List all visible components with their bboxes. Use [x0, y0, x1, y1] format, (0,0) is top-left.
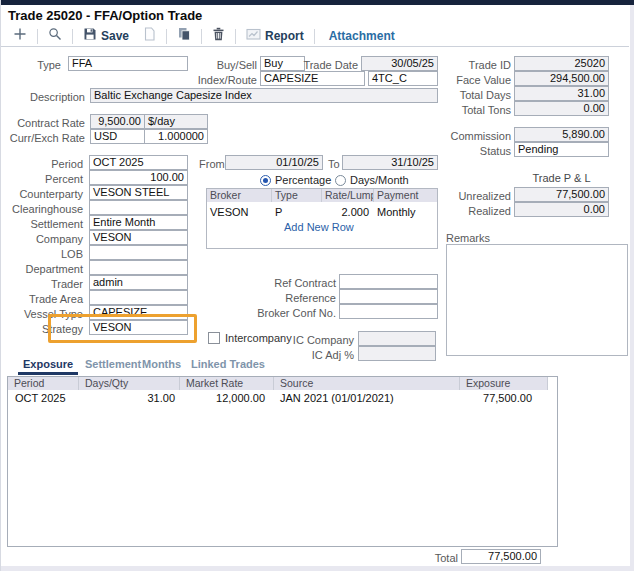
- attachment-button-label: Attachment: [329, 29, 395, 43]
- unrealized-label: Unrealized: [431, 189, 511, 203]
- lob-field[interactable]: [89, 245, 188, 260]
- index-route-field[interactable]: CAPESIZE: [260, 71, 365, 86]
- contract-rate-field[interactable]: 9,500.00: [90, 114, 145, 129]
- copy-button[interactable]: [177, 27, 191, 45]
- new-document-button[interactable]: [143, 27, 156, 45]
- total-label: Total: [411, 551, 458, 565]
- from-field[interactable]: 01/10/25: [225, 155, 323, 170]
- save-button-label: Save: [101, 29, 129, 43]
- exch-rate-field[interactable]: 1.000000: [144, 129, 208, 144]
- status-label: Status: [431, 144, 511, 158]
- type-col-header[interactable]: Type: [272, 189, 322, 202]
- trade-pnl-title: Trade P & L: [514, 172, 609, 185]
- payment-cell: Monthly: [377, 206, 416, 219]
- total-field: 77,500.00: [461, 549, 541, 564]
- attachment-button[interactable]: Attachment: [325, 29, 395, 43]
- rate-lump-col-header[interactable]: Rate/Lump: [322, 189, 374, 202]
- contract-rate-unit-field[interactable]: $/day: [144, 114, 208, 129]
- bottom-edge-strip: [1, 566, 634, 571]
- to-label: To: [328, 157, 342, 171]
- tab-linked-trades[interactable]: Linked Trades: [191, 358, 265, 370]
- trader-field[interactable]: admin: [89, 275, 188, 290]
- broker-conf-no-field[interactable]: [339, 304, 438, 319]
- department-field[interactable]: [89, 260, 188, 275]
- remarks-label: Remarks: [446, 231, 506, 245]
- right-edge-strip: [630, 5, 634, 571]
- period-col-header[interactable]: Period: [8, 377, 79, 390]
- company-field[interactable]: VESON: [89, 230, 188, 245]
- payment-col-header[interactable]: Payment: [374, 189, 437, 202]
- toolbar: Save Report Attachment: [9, 26, 399, 46]
- trader-label: Trader: [1, 277, 83, 291]
- total-tons-label: Total Tons: [431, 103, 511, 117]
- new-button[interactable]: [13, 27, 27, 45]
- add-new-row-link[interactable]: Add New Row: [284, 221, 354, 234]
- report-button[interactable]: Report: [246, 27, 304, 45]
- toolbar-separator: [37, 29, 38, 44]
- save-button[interactable]: Save: [83, 27, 129, 45]
- settlement-field[interactable]: Entire Month: [89, 215, 188, 230]
- toolbar-divider: [1, 46, 629, 47]
- tab-months[interactable]: Months: [142, 358, 181, 370]
- ref-contract-field[interactable]: [339, 274, 438, 289]
- source-cell: JAN 2021 (01/01/2021): [280, 392, 394, 405]
- type-field[interactable]: FFA: [68, 56, 188, 71]
- tab-settlement[interactable]: Settlement: [85, 358, 141, 370]
- trade-area-field[interactable]: [89, 290, 188, 305]
- counterparty-field[interactable]: VESON STEEL: [89, 185, 188, 200]
- realized-label: Realized: [431, 204, 511, 218]
- clearinghouse-field[interactable]: [89, 200, 188, 215]
- trade-date-label: Trade Date: [301, 58, 358, 72]
- trash-icon: [212, 27, 225, 45]
- toolbar-separator: [201, 29, 202, 44]
- to-field[interactable]: 31/10/25: [342, 155, 438, 170]
- total-tons-field: 0.00: [514, 101, 609, 116]
- commission-label: Commission: [431, 129, 511, 143]
- company-label: Company: [1, 232, 83, 246]
- index-route-label: Index/Route: [197, 73, 257, 87]
- percent-label: Percent: [1, 172, 83, 186]
- total-days-field: 31.00: [514, 86, 609, 101]
- ic-company-field[interactable]: [358, 331, 436, 346]
- counterparty-label: Counterparty: [1, 187, 83, 201]
- trade-date-field[interactable]: 30/05/25: [361, 56, 438, 71]
- report-chart-icon: [246, 27, 261, 45]
- intercompany-checkbox[interactable]: [208, 332, 220, 344]
- source-col-header[interactable]: Source: [274, 377, 460, 390]
- broker-table: Broker Type Rate/Lump Payment VESON P 2.…: [206, 188, 438, 249]
- period-field[interactable]: OCT 2025: [89, 155, 188, 170]
- save-icon: [83, 27, 97, 45]
- copy-icon: [177, 27, 191, 45]
- broker-type-cell: P: [275, 206, 282, 219]
- status-field[interactable]: Pending: [514, 142, 609, 157]
- currency-field[interactable]: USD: [90, 129, 145, 144]
- market-rate-col-header[interactable]: Market Rate: [180, 377, 274, 390]
- from-label: From: [199, 157, 227, 171]
- description-field[interactable]: Baltic Exchange Capesize Index: [90, 88, 438, 103]
- route-field[interactable]: 4TC_C: [368, 71, 438, 86]
- delete-button[interactable]: [212, 27, 225, 45]
- tab-exposure[interactable]: Exposure: [23, 358, 73, 370]
- trade-id-label: Trade ID: [431, 58, 511, 72]
- total-days-label: Total Days: [431, 88, 511, 102]
- percentage-radio[interactable]: [260, 175, 271, 186]
- days-qty-col-header[interactable]: Days/Qty: [79, 377, 180, 390]
- buy-sell-field[interactable]: Buy: [260, 56, 305, 71]
- ic-adj-field[interactable]: [358, 346, 436, 361]
- exposure-col-header[interactable]: Exposure: [460, 377, 548, 390]
- ref-contract-label: Ref Contract: [226, 276, 336, 290]
- trade-window: Trade 25020 - FFA/Option Trade Save: [0, 0, 634, 571]
- remarks-textarea[interactable]: [446, 244, 628, 356]
- days-qty-cell: 31.00: [79, 392, 175, 405]
- reference-field[interactable]: [339, 289, 438, 304]
- broker-col-header[interactable]: Broker: [207, 189, 272, 202]
- toolbar-separator: [72, 29, 73, 44]
- percent-field[interactable]: 100.00: [89, 170, 188, 185]
- curr-exch-rate-label: Curr/Exch Rate: [1, 131, 85, 145]
- search-button[interactable]: [48, 27, 62, 45]
- period-label: Period: [1, 157, 83, 171]
- settlement-label: Settlement: [1, 217, 83, 231]
- reference-label: Reference: [226, 291, 336, 305]
- report-button-label: Report: [265, 29, 304, 43]
- days-month-radio[interactable]: [335, 175, 346, 186]
